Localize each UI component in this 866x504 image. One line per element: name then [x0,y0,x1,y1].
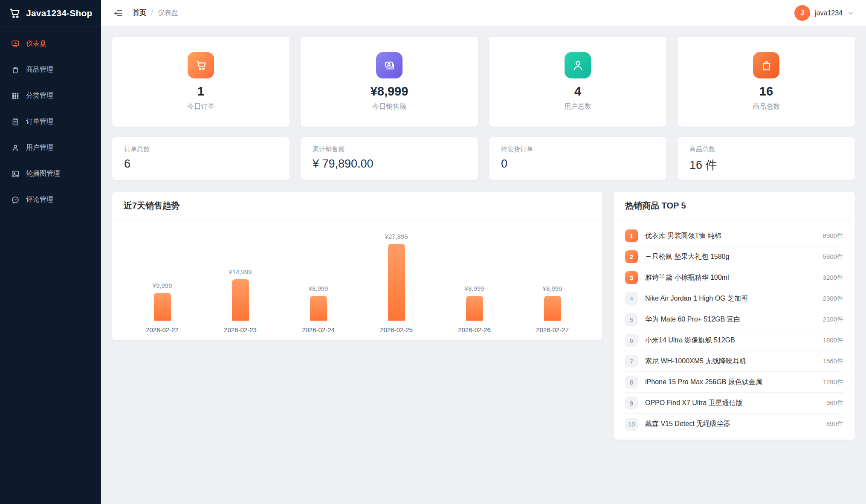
summary-cards-row: 订单总数6累计销售额¥ 79,890.00待发货订单0商品总数16 件 [112,137,855,180]
sidebar-item-label: 分类管理 [26,91,53,100]
stat-label: 商品总数 [753,102,780,111]
summary-card: 待发货订单0 [489,137,666,180]
sidebar-menu: 仪表盘商品管理分类管理订单管理用户管理轮播图管理评论管理 [0,26,101,213]
fold-menu-icon[interactable] [113,8,123,18]
product-name: 雅诗兰黛 小棕瓶精华 100ml [645,273,816,282]
sales-bar-chart: ¥9,9992026-02-22¥14,9992026-02-23¥8,9992… [112,220,602,341]
product-name: 索尼 WH-1000XM5 无线降噪耳机 [645,357,816,366]
sidebar-item-轮播图管理[interactable]: 轮播图管理 [0,161,101,187]
sidebar-item-商品管理[interactable]: 商品管理 [0,57,101,83]
stat-value: 4 [574,85,581,98]
rank-badge: 5 [625,313,638,326]
summary-card: 订单总数6 [112,137,290,180]
breadcrumb-current: 仪表盘 [157,9,178,17]
stat-card: 16商品总数 [678,37,855,127]
bar-date-label: 2026-02-25 [380,326,413,334]
topbar: 首页 / 仪表盘 J java1234 [101,0,866,26]
stat-label: 今日销售额 [372,102,406,111]
rank-badge: 7 [625,355,638,368]
bar [154,293,171,321]
top-products-list: 1优衣库 男装圆领T恤 纯棉8900件2三只松鼠 坚果大礼包 1580g5600… [614,220,855,440]
bar-value-label: ¥8,999 [465,285,484,292]
product-name: OPPO Find X7 Ultra 卫星通信版 [645,399,819,408]
user-icon [11,143,20,153]
sales-trend-card: 近7天销售趋势 ¥9,9992026-02-22¥14,9992026-02-2… [112,192,602,340]
stat-label: 用户总数 [564,102,591,111]
summary-label: 订单总数 [124,145,278,154]
bar-slot: ¥8,9992026-02-27 [513,285,591,334]
sidebar-item-label: 商品管理 [26,65,53,74]
money-icon [376,52,403,78]
bar [466,296,483,321]
product-name: 三只松鼠 坚果大礼包 1580g [645,252,816,261]
summary-label: 商品总数 [689,145,843,154]
sidebar-item-用户管理[interactable]: 用户管理 [0,135,101,161]
bar-date-label: 2026-02-24 [302,326,335,334]
clipboard-icon [11,117,20,127]
stat-value: 1 [197,85,204,98]
sidebar-item-订单管理[interactable]: 订单管理 [0,109,101,135]
rank-badge: 3 [625,271,638,284]
username: java1234 [815,9,843,17]
sidebar-item-label: 轮播图管理 [26,169,60,178]
dashboard-icon [11,39,20,49]
summary-value: 6 [124,157,278,171]
top-product-row: 8iPhone 15 Pro Max 256GB 原色钛金属1280件 [625,372,843,393]
product-name: 戴森 V15 Detect 无绳吸尘器 [645,420,819,429]
dashboard-content: 1今日订单¥8,999今日销售额4用户总数16商品总数 订单总数6累计销售额¥ … [101,26,866,504]
bar-date-label: 2026-02-27 [536,326,569,334]
stat-value: ¥8,999 [371,85,408,98]
sidebar: Java1234-Shop 仪表盘商品管理分类管理订单管理用户管理轮播图管理评论… [0,0,101,504]
bar-slot: ¥8,9992026-02-24 [279,285,357,334]
bottom-row: 近7天销售趋势 ¥9,9992026-02-22¥14,9992026-02-2… [112,192,855,440]
rank-badge: 8 [625,376,638,388]
product-name: 小米14 Ultra 影像旗舰 512GB [645,336,816,345]
grid-icon [11,91,20,101]
bar [310,296,327,321]
avatar: J [794,5,810,21]
rank-badge: 10 [625,418,638,431]
top-product-row: 2三只松鼠 坚果大礼包 1580g5600件 [625,246,843,267]
app-logo: Java1234-Shop [0,0,101,26]
sidebar-item-仪表盘[interactable]: 仪表盘 [0,31,101,57]
top-product-row: 6小米14 Ultra 影像旗舰 512GB1800件 [625,330,843,351]
chat-icon [11,195,20,205]
top-product-row: 7索尼 WH-1000XM5 无线降噪耳机1560件 [625,351,843,372]
product-sales: 1560件 [823,357,843,365]
stat-label: 今日订单 [187,102,214,111]
top-product-row: 4Nike Air Jordan 1 High OG 芝加哥2300件 [625,288,843,309]
bag-icon [753,52,779,78]
bar [388,244,405,321]
top-product-row: 1优衣库 男装圆领T恤 纯棉8900件 [625,226,843,246]
summary-label: 待发货订单 [501,145,655,154]
image-icon [11,169,20,179]
user-icon [565,52,591,78]
product-name: Nike Air Jordan 1 High OG 芝加哥 [645,294,816,303]
top-product-row: 9OPPO Find X7 Ultra 卫星通信版960件 [625,393,843,414]
summary-label: 累计销售额 [313,145,466,154]
sidebar-item-评论管理[interactable]: 评论管理 [0,187,101,213]
sidebar-item-label: 订单管理 [26,117,53,126]
top-product-row: 5华为 Mate 60 Pro+ 512GB 宣白2100件 [625,309,843,330]
app-title: Java1234-Shop [26,8,93,18]
product-sales: 1280件 [823,378,843,386]
bag-icon [11,65,20,75]
stat-card: 1今日订单 [112,37,290,127]
main-area: 首页 / 仪表盘 J java1234 1今日订单¥8,999今日销售额4用户总… [101,0,866,504]
user-menu[interactable]: J java1234 [794,5,854,21]
stat-card: ¥8,999今日销售额 [301,37,478,127]
bar [544,296,561,321]
summary-value: 16 件 [689,157,843,173]
rank-badge: 2 [625,250,638,263]
breadcrumb-home[interactable]: 首页 [133,9,146,17]
rank-badge: 1 [625,229,638,242]
cart-icon [9,7,21,20]
product-sales: 1800件 [823,336,843,345]
product-name: iPhone 15 Pro Max 256GB 原色钛金属 [645,378,816,387]
bar-slot: ¥8,9992026-02-26 [435,285,513,334]
bar-date-label: 2026-02-22 [146,326,179,334]
rank-badge: 4 [625,292,638,305]
product-sales: 2100件 [823,316,843,324]
bar-slot: ¥9,9992026-02-22 [123,282,201,334]
sidebar-item-分类管理[interactable]: 分类管理 [0,83,101,109]
